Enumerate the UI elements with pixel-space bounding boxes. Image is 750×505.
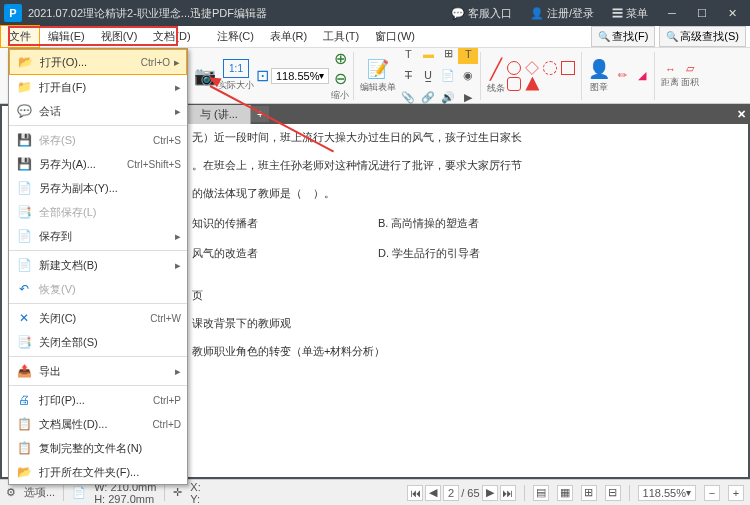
- customer-service-link[interactable]: 💬 客服入口: [443, 4, 520, 23]
- menu-item-icon: 📋: [15, 440, 33, 456]
- minimize-button[interactable]: ─: [658, 3, 686, 23]
- menu-item-label: 保存(S): [39, 133, 153, 148]
- last-page-button[interactable]: ⏭: [500, 485, 516, 501]
- document-tab[interactable]: 与 (讲...: [188, 105, 251, 124]
- doc-text-line: 的做法体现了教师是（ ）。: [192, 182, 718, 204]
- area-icon[interactable]: ▱: [686, 62, 694, 75]
- option-a: 知识的传播者: [192, 212, 258, 234]
- file-menu-item[interactable]: 📄新建文档(B)▸: [9, 253, 187, 277]
- menu-item-icon: 📂: [15, 464, 33, 480]
- menu-file[interactable]: 文件: [0, 25, 40, 48]
- cloud-shape[interactable]: [543, 61, 557, 75]
- options-button[interactable]: 选项...: [24, 485, 55, 500]
- doc-text-line: 。在班会上，班主任孙老师对这种情况进行了批评，要求大家厉行节: [192, 154, 718, 176]
- menu-link[interactable]: ☰ 菜单: [604, 4, 656, 23]
- new-tab-button[interactable]: +: [251, 106, 269, 122]
- actual-size-button[interactable]: 1:1: [223, 59, 249, 78]
- advanced-find-button[interactable]: 🔍高级查找(S): [659, 26, 746, 47]
- file-menu-item[interactable]: 📁打开自(F)▸: [9, 75, 187, 99]
- diamond-shape[interactable]: [526, 61, 540, 75]
- zoom-combo[interactable]: 118.55% ▾: [271, 68, 329, 84]
- view-mode-4-icon[interactable]: ⊟: [605, 485, 621, 501]
- document-tab-bar: 与 (讲... + ✕: [188, 104, 750, 124]
- menu-item-shortcut: Ctrl+Shift+S: [127, 159, 181, 170]
- find-button[interactable]: 🔍查找(F): [591, 26, 655, 47]
- menu-item-shortcut: Ctrl+O: [141, 57, 170, 68]
- camera-icon[interactable]: 📷: [194, 65, 216, 87]
- file-menu-item[interactable]: 📂打开所在文件夹(F)...: [9, 460, 187, 484]
- menu-item-label: 保存到: [39, 229, 171, 244]
- file-menu-item[interactable]: 📤导出▸: [9, 359, 187, 383]
- menu-document[interactable]: 文档(D): [145, 26, 198, 47]
- window-title: 2021.07.02理论精讲2-职业理念...迅捷PDF编辑器: [28, 6, 443, 21]
- pencil-icon[interactable]: ✏: [612, 66, 632, 86]
- circle-shape[interactable]: [507, 61, 521, 75]
- menu-item-label: 打开自(F): [39, 80, 171, 95]
- zoom-out-button[interactable]: −: [704, 485, 720, 501]
- file-menu-item[interactable]: 📋文档属性(D)...Ctrl+D: [9, 412, 187, 436]
- menu-item-label: 关闭全部(S): [39, 335, 181, 350]
- underline-icon[interactable]: U̲: [418, 66, 438, 86]
- file-menu-item[interactable]: ✕关闭(C)Ctrl+W: [9, 306, 187, 330]
- submenu-arrow-icon: ▸: [175, 230, 181, 243]
- tab-close-button[interactable]: ✕: [737, 108, 746, 121]
- menu-item-label: 全部保存(L): [39, 205, 181, 220]
- zoom-in-icon[interactable]: ⊕: [334, 49, 347, 68]
- file-menu-dropdown: 📂打开(O)...Ctrl+O▸📁打开自(F)▸💬会话▸💾保存(S)Ctrl+S…: [8, 48, 188, 485]
- menu-tools[interactable]: 工具(T): [315, 26, 367, 47]
- edit-form-icon[interactable]: 📝: [367, 58, 389, 80]
- prev-page-button[interactable]: ◀: [425, 485, 441, 501]
- view-mode-2-icon[interactable]: ▦: [557, 485, 573, 501]
- menu-view[interactable]: 视图(V): [93, 26, 146, 47]
- file-menu-item[interactable]: 💬会话▸: [9, 99, 187, 123]
- menu-comment[interactable]: 注释(C): [209, 26, 262, 47]
- titlebar: P 2021.07.02理论精讲2-职业理念...迅捷PDF编辑器 💬 客服入口…: [0, 0, 750, 26]
- close-button[interactable]: ✕: [718, 3, 746, 23]
- file-menu-item[interactable]: 🖨打印(P)...Ctrl+P: [9, 388, 187, 412]
- file-menu-item[interactable]: 📄保存到▸: [9, 224, 187, 248]
- maximize-button[interactable]: ☐: [688, 3, 716, 23]
- menu-window[interactable]: 窗口(W): [367, 26, 423, 47]
- note-icon[interactable]: 📄: [438, 66, 458, 86]
- menu-form[interactable]: 表单(R): [262, 26, 315, 47]
- strikethrough-icon[interactable]: T̶: [398, 66, 418, 86]
- arrow-shape[interactable]: [525, 77, 539, 91]
- menu-item-label: 打印(P)...: [39, 393, 153, 408]
- actual-size-label: 实际大小: [218, 79, 254, 92]
- zoom-in-button[interactable]: +: [728, 485, 744, 501]
- file-menu-item[interactable]: 💾另存为(A)...Ctrl+Shift+S: [9, 152, 187, 176]
- option-c: 风气的改造者: [192, 242, 258, 264]
- menu-item-icon: 📑: [15, 334, 33, 350]
- page-input[interactable]: 2: [443, 485, 459, 501]
- file-menu-item[interactable]: 📄另存为副本(Y)...: [9, 176, 187, 200]
- first-page-button[interactable]: ⏮: [407, 485, 423, 501]
- doc-text-line: 教师职业角色的转变（单选+材料分析）: [192, 340, 718, 362]
- file-menu-item: 📑全部保存(L): [9, 200, 187, 224]
- menu-edit[interactable]: 编辑(E): [40, 26, 93, 47]
- statusbar-zoom[interactable]: 118.55% ▾: [638, 485, 696, 501]
- menu-item-label: 打开所在文件夹(F)...: [39, 465, 181, 480]
- cursor-y: Y:: [190, 493, 200, 505]
- distance-icon[interactable]: ↔: [665, 63, 676, 75]
- file-menu-item[interactable]: 📋复制完整的文件名(N): [9, 436, 187, 460]
- pentagon-shape[interactable]: [507, 77, 521, 91]
- menu-item-label: 新建文档(B): [39, 258, 171, 273]
- options-gear-icon[interactable]: ⚙: [6, 486, 16, 499]
- file-menu-item[interactable]: 📂打开(O)...Ctrl+O▸: [9, 49, 187, 75]
- file-menu-item[interactable]: 📑关闭全部(S): [9, 330, 187, 354]
- line-tool-icon[interactable]: ╱: [490, 57, 502, 81]
- stamp-small-icon[interactable]: ◉: [458, 66, 478, 86]
- stamp-icon[interactable]: 👤: [588, 58, 610, 80]
- zoom-out-icon[interactable]: ⊖: [334, 69, 347, 88]
- login-link[interactable]: 👤 注册/登录: [522, 4, 602, 23]
- next-page-button[interactable]: ▶: [482, 485, 498, 501]
- view-mode-1-icon[interactable]: ▤: [533, 485, 549, 501]
- area-label: 面积: [681, 76, 699, 89]
- eraser-icon[interactable]: ◢: [632, 66, 652, 86]
- menu-item-icon: 📁: [15, 79, 33, 95]
- menu-item-label: 另存为(A)...: [39, 157, 127, 172]
- square-shape[interactable]: [561, 61, 575, 75]
- line-label: 线条: [487, 82, 505, 95]
- view-mode-3-icon[interactable]: ⊞: [581, 485, 597, 501]
- page-fit-icon[interactable]: ⊡: [256, 66, 269, 85]
